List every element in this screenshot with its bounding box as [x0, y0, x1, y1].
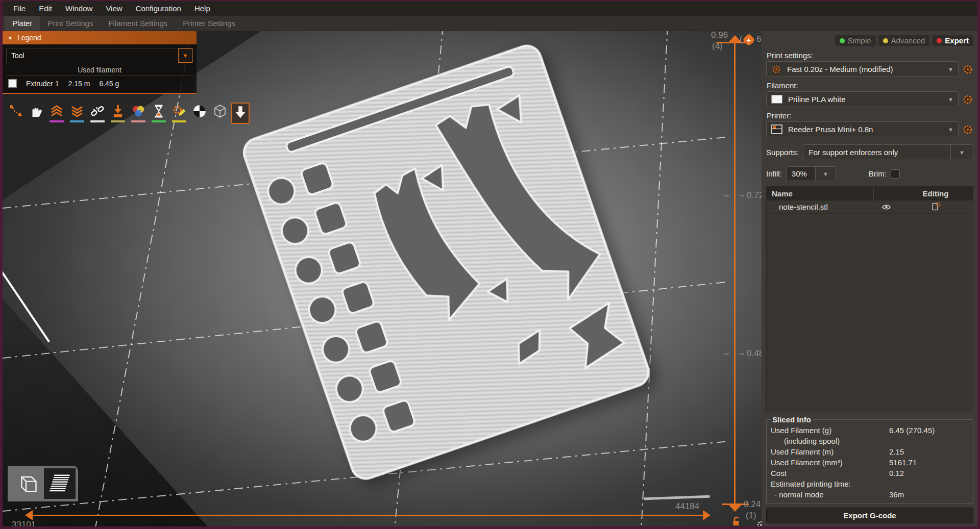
edit-filament-gear-icon[interactable]: [962, 94, 973, 105]
3d-view-button[interactable]: [10, 468, 42, 499]
object-name: note-stencil.stl: [767, 203, 874, 211]
layer-slider-bottom-count: (1): [746, 511, 756, 521]
h-slider-left-handle[interactable]: [25, 510, 33, 520]
sliced-info-label: Cost: [771, 468, 889, 478]
filament-value: Priline PLA white: [788, 95, 942, 104]
print-settings-select[interactable]: Fast 0.20z - Medium (modified) ▼: [766, 61, 959, 77]
mode-simple-button[interactable]: Simple: [835, 35, 876, 46]
edit-print-settings-gear-icon[interactable]: [962, 64, 973, 75]
objects-table-header: Name Editing: [767, 187, 973, 200]
tab-printer-settings[interactable]: Printer Settings: [175, 16, 243, 31]
printer-select[interactable]: Reeder Prusa Mini+ 0.8n ▼: [766, 121, 959, 137]
extruder-name: Extruder 1: [26, 80, 59, 88]
wireframe-cube-icon[interactable]: [211, 103, 229, 124]
infill-select[interactable]: 30% ▼: [786, 166, 836, 181]
edit-printer-gear-icon[interactable]: [962, 124, 973, 135]
menu-view[interactable]: View: [99, 4, 129, 13]
layer-slider-mid-label-2: 0.48: [747, 348, 762, 359]
legend-header[interactable]: ▼ Legend: [3, 31, 197, 44]
viewport-toolbar: [7, 103, 250, 124]
sliced-info-value: 2.15: [889, 446, 904, 457]
mode-expert-button[interactable]: Expert: [932, 35, 973, 46]
chevron-down-icon: ▼: [183, 53, 188, 59]
drop-to-bed-icon[interactable]: [109, 103, 127, 124]
column-visibility: [874, 187, 898, 200]
mode-advanced-button[interactable]: Advanced: [878, 35, 930, 46]
extruder-weight: 6.45 g: [99, 80, 119, 88]
used-filament-header: Used filament: [6, 63, 193, 76]
chevron-down-icon: ▼: [948, 66, 953, 72]
filament-label: Filament:: [767, 81, 973, 90]
color-mix-icon[interactable]: [129, 103, 148, 124]
3d-viewport[interactable]: ▼ Legend Tool ▼ Used filament Extruder 1…: [3, 31, 762, 526]
layer-slider-bottom-value: 0.24: [744, 499, 761, 510]
sliced-info-label: (including spool): [771, 436, 889, 446]
slider-tick: [724, 354, 729, 355]
h-slider-right-handle[interactable]: [703, 510, 710, 520]
customize-gear-icon[interactable]: [170, 103, 188, 124]
edit-object-icon[interactable]: [931, 201, 941, 213]
layer-slider-lower-handle[interactable]: [728, 505, 742, 512]
unlink-icon[interactable]: [88, 103, 107, 124]
menu-edit[interactable]: Edit: [32, 4, 59, 13]
sliced-info-value: 0.12: [889, 468, 904, 478]
menu-window[interactable]: Window: [59, 4, 99, 13]
hand-icon[interactable]: [27, 103, 45, 124]
filament-color-swatch: [8, 79, 17, 88]
red-dot-icon: [937, 38, 942, 43]
supports-select[interactable]: For support enforcers only ▼: [803, 144, 973, 160]
menu-configuration[interactable]: Configuration: [129, 4, 188, 13]
menu-help[interactable]: Help: [188, 4, 217, 13]
table-row[interactable]: note-stencil.stl: [767, 200, 973, 214]
h-slider-left-value: 33101: [12, 520, 36, 526]
infill-value: 30%: [787, 167, 815, 181]
sliced-info-label: Used Filament (m): [771, 446, 889, 457]
legend-view-mode-value: Tool: [11, 52, 24, 60]
brim-label: Brim:: [869, 169, 887, 178]
chevron-down-icon: ▼: [948, 127, 953, 133]
slider-settings-gear-icon[interactable]: [756, 520, 762, 526]
extruder-legend-row: Extruder 1 2.15 m 6.45 g: [6, 76, 193, 91]
export-gcode-button[interactable]: Export G-code: [766, 508, 973, 523]
collapse-caret-icon: ▼: [8, 35, 13, 41]
slicer-window: File Edit Window View Configuration Help…: [0, 0, 980, 529]
column-editing: Editing: [898, 189, 973, 198]
slider-tick: [740, 354, 744, 355]
travel-path-icon[interactable]: [7, 103, 25, 124]
hourglass-icon[interactable]: [150, 103, 168, 124]
layer-slider-top-value: 0.96: [711, 31, 728, 40]
slider-tick: [724, 195, 729, 196]
legend-view-mode-select[interactable]: Tool ▼: [6, 48, 193, 63]
pad-decrease-icon[interactable]: [68, 103, 86, 124]
layer-slider-top-partial: 6: [756, 34, 761, 44]
brim-checkbox[interactable]: [891, 169, 900, 179]
sliced-info-value: 5161.71: [889, 457, 917, 468]
layer-slider-track[interactable]: [734, 41, 736, 510]
sliced-info-label: Used Filament (g): [771, 425, 889, 436]
sliced-info-title: Sliced Info: [771, 415, 813, 424]
supports-label: Supports:: [766, 148, 799, 157]
chevron-down-icon: ▼: [948, 96, 953, 103]
h-slider-track[interactable]: [32, 515, 704, 516]
settings-panel: Simple Advanced Expert Print settings: F…: [762, 31, 977, 526]
tab-print-settings[interactable]: Print Settings: [40, 16, 101, 31]
sliced-info-label: - normal mode: [771, 489, 889, 500]
legend-dropdown-button[interactable]: ▼: [178, 48, 192, 63]
tab-plater[interactable]: Plater: [5, 16, 40, 31]
tab-filament-settings[interactable]: Filament Settings: [101, 16, 175, 31]
origin-checker-icon[interactable]: [190, 103, 209, 124]
column-name: Name: [767, 187, 874, 200]
menu-file[interactable]: File: [7, 4, 32, 13]
view-mode-toggle: [8, 466, 78, 501]
print-settings-value: Fast 0.20z - Medium (modified): [787, 65, 942, 73]
layer-slider-paren: (: [740, 34, 743, 44]
layers-view-button[interactable]: [44, 468, 76, 499]
pad-increase-icon[interactable]: [47, 103, 66, 124]
unlock-icon[interactable]: [731, 516, 741, 526]
extruder-length: 2.15 m: [68, 80, 90, 88]
filament-select[interactable]: Priline PLA white ▼: [766, 91, 959, 107]
profile-gear-icon: [771, 64, 781, 74]
sliced-info-value: 36m: [889, 489, 904, 500]
visibility-eye-icon[interactable]: [874, 203, 898, 211]
place-down-selected-icon[interactable]: [231, 103, 250, 124]
